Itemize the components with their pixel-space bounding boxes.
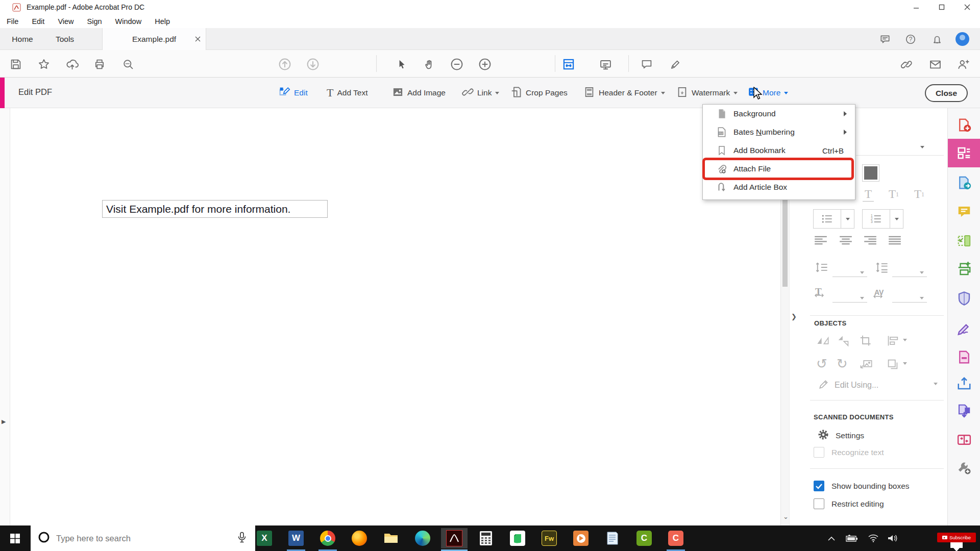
select-tool-pointer-icon[interactable] xyxy=(395,57,409,71)
create-pdf-icon[interactable] xyxy=(955,116,973,134)
align-objects-icon[interactable] xyxy=(887,335,900,347)
taskbar-chrome-icon[interactable] xyxy=(315,528,340,548)
tab-tools[interactable]: Tools xyxy=(46,28,84,50)
comment-rail-icon[interactable] xyxy=(955,203,973,221)
tray-volume-icon[interactable] xyxy=(884,528,901,548)
replace-image-icon[interactable] xyxy=(860,358,873,370)
align-justify-icon[interactable] xyxy=(888,235,901,246)
menu-file[interactable]: File xyxy=(0,14,25,28)
collapse-panel-icon[interactable]: ❯ xyxy=(791,313,797,320)
zoom-out-icon[interactable] xyxy=(450,57,464,71)
taskbar-media-app-icon[interactable] xyxy=(569,528,593,548)
taskbar-firefox-icon[interactable] xyxy=(347,528,372,548)
numbered-list-caret-icon[interactable] xyxy=(890,210,903,228)
edit-using-caret-icon[interactable] xyxy=(934,383,938,385)
tray-battery-icon[interactable] xyxy=(843,528,861,548)
numbered-list-button[interactable]: 123 xyxy=(862,209,903,229)
close-tool-button[interactable]: Close xyxy=(925,84,968,102)
help-icon[interactable]: ? xyxy=(904,33,917,45)
tab-home[interactable]: Home xyxy=(4,28,41,50)
expand-left-pane-icon[interactable]: ▶ xyxy=(2,418,6,425)
tray-wifi-icon[interactable] xyxy=(865,528,882,548)
scan-ocr-icon[interactable] xyxy=(955,260,973,279)
previous-page-icon[interactable] xyxy=(278,57,292,71)
edit-tool-button[interactable]: Edit xyxy=(278,78,308,108)
search-icon[interactable] xyxy=(121,57,135,71)
rotate-left-icon[interactable]: ↺ xyxy=(816,356,827,371)
arrange-objects-icon[interactable] xyxy=(887,358,899,370)
more-tools-icon[interactable] xyxy=(955,459,973,477)
share-link-icon[interactable] xyxy=(900,57,914,71)
paragraph-spacing-caret-icon[interactable] xyxy=(920,271,924,274)
menu-item-add-article-box[interactable]: Add Article Box xyxy=(703,178,855,196)
taskbar-camtasia-recorder-icon[interactable]: C xyxy=(664,528,688,548)
horizontal-scale-caret-icon[interactable] xyxy=(860,297,864,299)
bulleted-list-button[interactable] xyxy=(813,209,854,229)
taskbar-explorer-icon[interactable] xyxy=(379,528,403,548)
header-footer-button[interactable]: Header & Footer xyxy=(583,78,665,108)
taskbar-notepad-icon[interactable] xyxy=(600,528,625,548)
compress-pdf-icon[interactable] xyxy=(955,402,973,420)
email-icon[interactable] xyxy=(928,57,942,71)
bulleted-list-caret-icon[interactable] xyxy=(841,210,854,228)
align-objects-caret-icon[interactable] xyxy=(903,339,907,341)
menu-item-add-bookmark[interactable]: Add Bookmark Ctrl+B xyxy=(703,141,855,160)
print-icon[interactable] xyxy=(92,57,107,71)
taskbar-acrobat-icon[interactable] xyxy=(441,528,468,548)
taskbar-fireworks-icon[interactable]: Fw xyxy=(537,528,561,548)
align-right-icon[interactable] xyxy=(864,235,877,246)
scroll-down-icon[interactable]: ⌄ xyxy=(783,513,789,520)
taskbar-word-icon[interactable]: W xyxy=(284,528,308,548)
subscript-icon[interactable]: T1 xyxy=(911,186,927,203)
font-color-swatch[interactable] xyxy=(862,164,879,182)
prepare-form-icon[interactable] xyxy=(955,348,973,366)
combine-files-icon[interactable] xyxy=(955,232,973,250)
add-text-button[interactable]: T Add Text xyxy=(327,78,368,108)
tab-close-icon[interactable] xyxy=(195,35,201,44)
upload-cloud-icon[interactable] xyxy=(65,57,79,71)
menu-help[interactable]: Help xyxy=(148,14,177,28)
fill-sign-icon[interactable] xyxy=(955,319,973,337)
close-window-button[interactable] xyxy=(954,0,980,14)
align-center-icon[interactable] xyxy=(839,235,852,246)
edit-using-button[interactable]: Edit Using... xyxy=(818,379,878,392)
comment-tool-icon[interactable] xyxy=(640,57,654,71)
search-input[interactable] xyxy=(56,534,237,543)
account-avatar[interactable] xyxy=(955,32,969,46)
link-button[interactable]: Link xyxy=(462,78,499,108)
restrict-editing-checkbox[interactable] xyxy=(814,498,824,509)
highlight-tool-icon[interactable] xyxy=(668,57,682,71)
rotate-right-icon[interactable]: ↻ xyxy=(837,356,848,371)
menu-window[interactable]: Window xyxy=(109,14,149,28)
taskbar-search-box[interactable] xyxy=(31,525,255,551)
menu-edit[interactable]: Edit xyxy=(25,14,51,28)
superscript-icon[interactable]: T1 xyxy=(886,186,902,203)
document-text-box[interactable]: Visit Example.pdf for more information. xyxy=(102,200,328,218)
save-icon[interactable] xyxy=(9,57,23,71)
share-with-people-icon[interactable] xyxy=(955,57,970,71)
share-icon[interactable] xyxy=(955,374,973,393)
add-image-button[interactable]: Add Image xyxy=(392,78,446,108)
font-select-caret-icon[interactable] xyxy=(920,146,924,148)
arrange-objects-caret-icon[interactable] xyxy=(903,362,907,365)
menu-sign[interactable]: Sign xyxy=(81,14,109,28)
tray-show-hidden-icon[interactable] xyxy=(823,528,840,548)
taskbar-excel-icon[interactable]: X xyxy=(252,528,277,548)
line-spacing-caret-icon[interactable] xyxy=(860,271,864,274)
document-page[interactable]: Visit Example.pdf for more information. xyxy=(10,108,780,525)
flip-horizontal-icon[interactable] xyxy=(816,335,829,347)
display-settings-icon[interactable] xyxy=(598,57,612,71)
recognize-text-checkbox[interactable] xyxy=(814,447,824,458)
fit-width-icon[interactable] xyxy=(561,57,576,71)
align-left-icon[interactable] xyxy=(814,235,827,246)
taskbar-camtasia-icon[interactable]: C xyxy=(632,528,656,548)
character-spacing-caret-icon[interactable] xyxy=(920,297,924,299)
start-button[interactable] xyxy=(3,528,27,548)
maximize-button[interactable] xyxy=(929,0,954,14)
star-favorite-icon[interactable] xyxy=(37,57,51,71)
tab-document[interactable]: Example.pdf xyxy=(102,28,206,50)
hand-tool-icon[interactable] xyxy=(422,57,436,71)
flip-vertical-icon[interactable] xyxy=(837,335,850,347)
minimize-button[interactable] xyxy=(903,0,929,14)
crop-object-icon[interactable] xyxy=(860,335,872,347)
